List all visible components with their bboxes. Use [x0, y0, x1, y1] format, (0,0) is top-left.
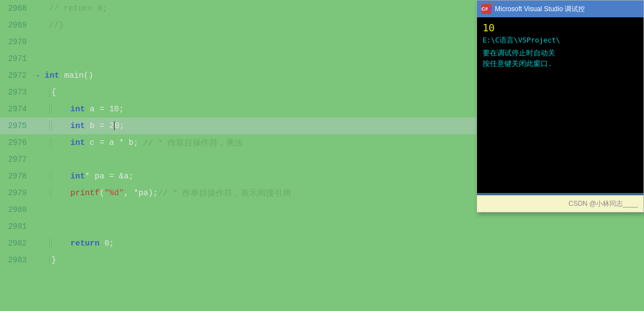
- line-num-2980: 2980: [0, 205, 34, 214]
- line-num-2978: 2978: [0, 172, 34, 181]
- line-content-2976: int c = a * b; // * 作双目操作符，乘法: [42, 138, 243, 148]
- line-num-2972: 2972: [0, 71, 34, 80]
- line-content-2983: }: [42, 255, 56, 265]
- popup-output-path: E:\C语言\VSProject\: [483, 36, 638, 45]
- line-num-2974: 2974: [0, 105, 34, 114]
- line-content-2973: {: [42, 87, 56, 97]
- line-content-2968: // return 0;: [42, 4, 107, 13]
- line-num-2981: 2981: [0, 222, 34, 231]
- svg-rect-1: [490, 7, 491, 8]
- code-line-2983: 2983 }: [0, 252, 644, 268]
- popup-output-number: 10: [483, 22, 638, 34]
- line-content-2978: int * pa = &a;: [42, 171, 133, 181]
- line-marker-2972: -: [34, 72, 42, 80]
- line-num-2977: 2977: [0, 155, 34, 164]
- line-num-2976: 2976: [0, 138, 34, 147]
- code-line-2981: 2981: [0, 218, 644, 235]
- popup-output-msg2: 按任意键关闭此窗口.: [483, 59, 638, 69]
- popup-title-text: Microsoft Visual Studio 调试控: [495, 4, 585, 14]
- popup-watermark: CSDN @小林同志____: [569, 199, 638, 209]
- line-content-2972: int main(): [42, 71, 93, 80]
- line-content-2982: return 0;: [42, 238, 114, 248]
- line-num-2975: 2975: [0, 121, 34, 130]
- svg-rect-2: [488, 9, 489, 10]
- vs-icon: C#: [481, 4, 492, 14]
- popup-output-msg1: 要在调试停止时自动关: [483, 49, 638, 58]
- line-num-2983: 2983: [0, 256, 34, 265]
- line-num-2968: 2968: [0, 4, 34, 13]
- line-content-2969: //}: [42, 21, 64, 30]
- debug-popup-window[interactable]: C# Microsoft Visual Studio 调试控 10 E:\C语言…: [476, 0, 644, 213]
- line-num-2971: 2971: [0, 54, 34, 63]
- line-num-2969: 2969: [0, 21, 34, 30]
- popup-bottom-bar: CSDN @小林同志____: [477, 195, 643, 212]
- main-container: 2968 // return 0; 2969 //} 2970: [0, 0, 644, 311]
- line-num-2973: 2973: [0, 88, 34, 97]
- line-content-2979: printf ( "%d" , *pa); // * 作单目操作符，表示间接引用: [42, 188, 291, 199]
- popup-titlebar: C# Microsoft Visual Studio 调试控: [477, 1, 643, 17]
- svg-rect-0: [488, 7, 489, 8]
- popup-output-body: 10 E:\C语言\VSProject\ 要在调试停止时自动关 按任意键关闭此窗…: [477, 17, 643, 193]
- code-line-2982: 2982 return 0;: [0, 235, 644, 252]
- line-num-2979: 2979: [0, 189, 34, 197]
- line-content-2975: int b = 2 0;: [42, 121, 125, 131]
- line-num-2970: 2970: [0, 37, 34, 46]
- line-content-2974: int a = 10 ;: [42, 104, 124, 114]
- svg-rect-3: [490, 9, 491, 10]
- line-num-2982: 2982: [0, 239, 34, 248]
